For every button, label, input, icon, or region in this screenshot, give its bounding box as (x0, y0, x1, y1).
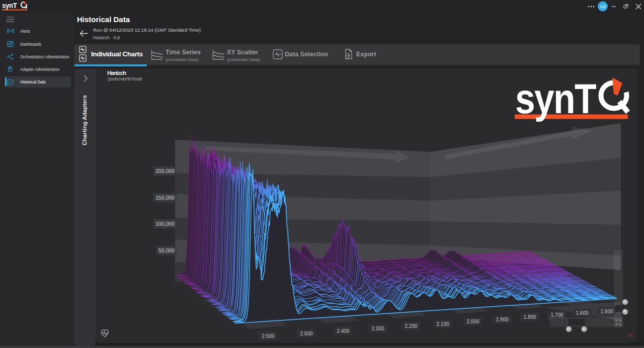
svg-text:2.500: 2.500 (300, 331, 312, 336)
svg-text:Hantzch: Hantzch (107, 70, 126, 76)
svg-text:50,000: 50,000 (158, 247, 175, 253)
svg-text:1.500: 1.500 (600, 309, 613, 314)
svg-text:1.900: 1.900 (496, 317, 508, 322)
svg-text:2.400: 2.400 (337, 328, 349, 334)
svg-text:1.700: 1.700 (550, 312, 563, 318)
svg-text:AZ: AZ (600, 4, 606, 9)
svg-text:2.600: 2.600 (262, 333, 274, 339)
svg-text:Spectrometer File Reader: Spectrometer File Reader (107, 76, 143, 81)
svg-text:200,000: 200,000 (155, 168, 175, 174)
svg-text:2.100: 2.100 (436, 321, 449, 327)
svg-text:2.200: 2.200 (405, 323, 417, 329)
svg-text:2.300: 2.300 (371, 326, 384, 331)
svg-text:synT: synT (515, 74, 596, 122)
svg-text:150,000: 150,000 (155, 195, 175, 201)
svg-text:1.800: 1.800 (523, 314, 536, 320)
svg-text:synT: synT (2, 1, 17, 10)
svg-text:1.600: 1.600 (576, 310, 588, 316)
svg-text:Charting Adapters: Charting Adapters (82, 95, 88, 145)
svg-text:100,000: 100,000 (155, 221, 175, 227)
svg-text:2.000: 2.000 (466, 319, 479, 324)
